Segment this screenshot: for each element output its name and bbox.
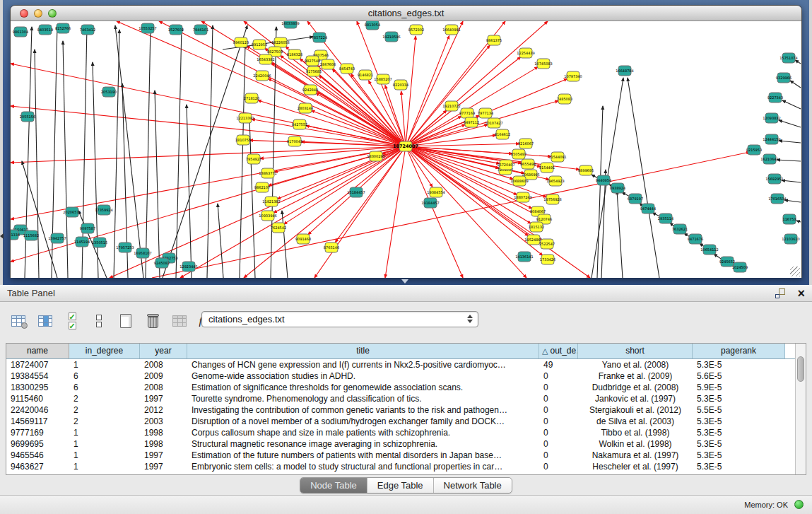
graph-node[interactable]: 6879197	[628, 194, 643, 204]
graph-node[interactable]: 7946101	[193, 25, 208, 35]
table-scrollbar[interactable]	[795, 344, 806, 474]
graph-node[interactable]: 12444159	[763, 134, 780, 144]
graph-edge[interactable]	[597, 106, 603, 278]
citation-graph[interactable]: 8960123891295518226058982750381863281654…	[11, 21, 801, 278]
graph-node[interactable]: 16958107	[134, 248, 151, 258]
graph-node[interactable]: 15692951	[765, 174, 783, 184]
graph-node[interactable]: 8505497	[511, 149, 526, 159]
graph-node[interactable]: 22420046	[253, 71, 271, 81]
graph-node[interactable]: 8215953	[746, 145, 762, 155]
graph-node[interactable]: 7977134	[478, 108, 493, 118]
graph-edge[interactable]	[218, 204, 223, 278]
graph-node[interactable]: 9827548	[305, 56, 320, 66]
graph-node[interactable]: 10688609	[510, 176, 528, 186]
tab-network-table[interactable]: Network Table	[434, 478, 512, 493]
column-header-title[interactable]: title	[187, 344, 539, 358]
network-window-titlebar[interactable]: citations_edges.txt	[11, 6, 801, 21]
tab-edge-table[interactable]: Edge Table	[367, 478, 434, 493]
table-row[interactable]: 1938455462009Genome-wide association stu…	[6, 370, 795, 382]
graph-node[interactable]: 15885207	[374, 74, 392, 84]
graph-node[interactable]: 18300295	[367, 151, 384, 161]
graph-node[interactable]: 1024509	[732, 262, 748, 272]
graph-edge[interactable]	[22, 161, 57, 278]
graph-node[interactable]: 17359924	[95, 205, 112, 215]
column-header-out_degree[interactable]: △out_de…	[539, 344, 578, 358]
table-scrollbar-thumb[interactable]	[797, 356, 804, 382]
new-table-icon[interactable]	[116, 311, 136, 331]
graph-node[interactable]: 16640991	[442, 25, 460, 35]
graph-node[interactable]: 10745083	[534, 59, 552, 69]
graph-node[interactable]: 9862107	[254, 182, 270, 192]
graph-node[interactable]: 8938924	[610, 183, 625, 193]
graph-node[interactable]: 19384554	[427, 187, 445, 197]
graph-node[interactable]: 12103610	[782, 234, 799, 244]
graph-node[interactable]: 9391334	[11, 230, 20, 240]
graph-node[interactable]: 2718120	[244, 93, 259, 103]
graph-edge[interactable]	[601, 170, 606, 278]
graph-edge[interactable]	[406, 67, 538, 146]
graph-node[interactable]: 8220334	[393, 80, 408, 90]
table-selector-dropdown[interactable]: citations_edges.txt	[201, 311, 478, 327]
graph-edge[interactable]	[282, 211, 288, 278]
close-window-button[interactable]	[20, 9, 28, 18]
graph-node[interactable]: 9861375	[486, 35, 502, 45]
graph-node[interactable]: 9170043	[287, 136, 302, 146]
graph-node[interactable]: 8813054	[365, 21, 380, 30]
graph-node[interactable]: 12093832	[763, 113, 780, 123]
splitter-handle-icon[interactable]	[401, 279, 408, 284]
show-column-icon[interactable]	[35, 311, 55, 331]
graph-edge[interactable]	[779, 120, 801, 127]
graph-node[interactable]: 9777169	[459, 108, 475, 118]
graph-node[interactable]: 9175685	[306, 66, 322, 76]
graph-edge[interactable]	[301, 141, 406, 146]
graph-node[interactable]: 1810755	[235, 135, 251, 145]
table-row[interactable]: 2242004622012Investigating the contribut…	[6, 404, 795, 416]
graph-node[interactable]: 8427552	[292, 119, 307, 129]
graph-node[interactable]: 10553257	[139, 23, 156, 33]
graph-node[interactable]: 10107427	[485, 118, 502, 128]
graph-edge[interactable]	[401, 91, 406, 146]
column-header-year[interactable]: year	[140, 344, 187, 358]
table-row[interactable]: 1830029562008Estimation of significance …	[6, 382, 795, 393]
network-window[interactable]: citations_edges.txt 89601238912955182260…	[10, 5, 802, 278]
graph-node[interactable]: 1733426	[540, 255, 555, 264]
graph-node[interactable]: 8186328	[287, 49, 302, 59]
graph-edge[interactable]	[790, 81, 801, 88]
graph-edge[interactable]	[187, 105, 192, 278]
graph-edge[interactable]	[63, 41, 68, 278]
column-header-pagerank[interactable]: pagerank	[693, 344, 785, 358]
graph-node[interactable]: 8765146	[324, 243, 339, 252]
graph-node[interactable]: 9091468	[295, 234, 311, 244]
graph-edge[interactable]	[114, 30, 119, 278]
panel-collapse-arrow-icon[interactable]	[0, 233, 4, 239]
graph-node[interactable]: 15720407	[497, 160, 514, 170]
table-row[interactable]: 969969511998Structural magnetic resonanc…	[6, 438, 795, 450]
graph-edge[interactable]	[796, 221, 801, 222]
graph-node[interactable]: 7857224	[312, 33, 327, 42]
graph-edge[interactable]	[11, 106, 406, 146]
graph-node[interactable]: 10797340	[564, 71, 582, 81]
graph-node[interactable]: 1815132	[529, 222, 544, 232]
graph-node[interactable]: 7624542	[271, 223, 286, 233]
graph-node[interactable]: 2522547	[539, 239, 555, 249]
graph-node[interactable]: 8960123	[233, 37, 249, 47]
graph-node[interactable]: 7485083	[557, 94, 572, 104]
graph-node[interactable]: 15751074	[779, 53, 797, 63]
graph-node[interactable]: 2803144	[298, 103, 313, 113]
graph-node[interactable]: 8912955	[252, 40, 267, 49]
graph-node[interactable]: 12923445	[180, 262, 197, 271]
float-panel-icon[interactable]	[775, 288, 785, 298]
graph-node[interactable]: 2867608	[320, 59, 336, 69]
memory-status-icon[interactable]	[794, 500, 804, 509]
column-header-short[interactable]: short	[578, 344, 693, 358]
graph-edge[interactable]	[779, 141, 801, 143]
graph-edge[interactable]	[628, 78, 659, 278]
graph-edge[interactable]	[176, 27, 182, 278]
graph-node[interactable]: 2053190	[101, 87, 117, 97]
graph-node[interactable]: 9242848	[302, 85, 318, 95]
delete-column-icon[interactable]	[170, 311, 189, 331]
graph-edge[interactable]	[180, 146, 406, 278]
graph-node[interactable]: 6497112	[464, 117, 479, 127]
graph-edge[interactable]	[35, 49, 39, 278]
delete-table-icon[interactable]	[143, 311, 163, 331]
